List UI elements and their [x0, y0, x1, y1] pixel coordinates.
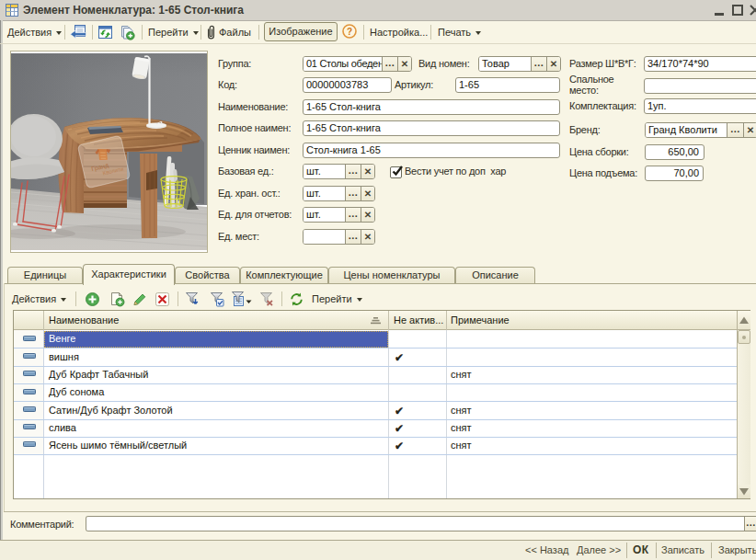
svg-text:?: ?	[347, 27, 352, 37]
